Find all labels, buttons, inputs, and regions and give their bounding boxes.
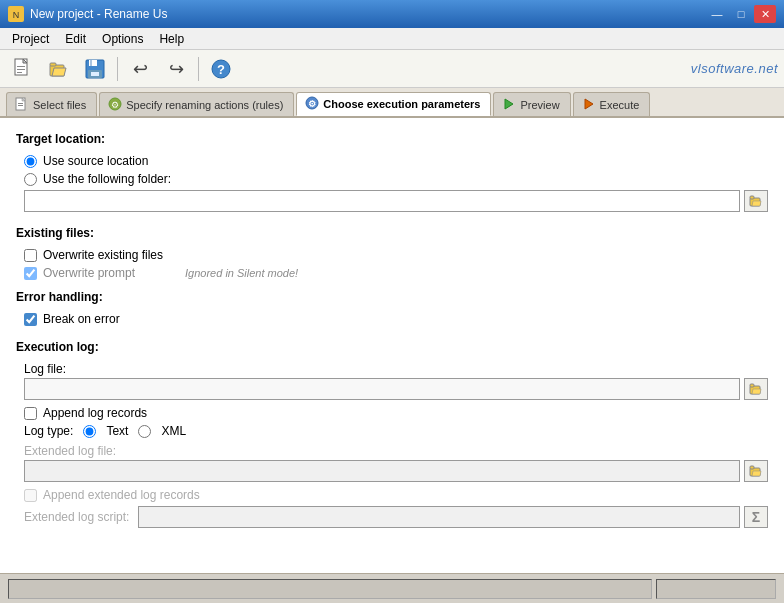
new-button[interactable] <box>6 54 40 84</box>
status-panel-left <box>8 579 652 599</box>
tab-bar: Select files ⚙ Specify renaming actions … <box>0 88 784 118</box>
browse-log-button[interactable] <box>744 378 768 400</box>
browse-folder-button[interactable] <box>744 190 768 212</box>
svg-marker-25 <box>585 99 593 109</box>
menu-project[interactable]: Project <box>4 30 57 48</box>
minimize-button[interactable]: — <box>706 5 728 23</box>
append-extended-label: Append extended log records <box>43 488 200 502</box>
tab-renaming-icon: ⚙ <box>108 97 122 113</box>
log-type-text-radio[interactable] <box>83 425 96 438</box>
tab-select-files[interactable]: Select files <box>6 92 97 116</box>
use-source-label[interactable]: Use source location <box>43 154 148 168</box>
maximize-button[interactable]: □ <box>730 5 752 23</box>
ignored-silent-text: Ignored in Silent mode! <box>185 267 298 279</box>
log-file-input[interactable] <box>24 378 740 400</box>
svg-rect-29 <box>750 384 754 387</box>
svg-text:?: ? <box>217 62 225 77</box>
svg-rect-5 <box>17 69 25 70</box>
overwrite-prompt-label: Overwrite prompt <box>43 266 135 280</box>
extended-log-input-row <box>24 460 768 482</box>
tab-renaming-label: Specify renaming actions (rules) <box>126 99 283 111</box>
break-on-error-row: Break on error <box>24 312 768 326</box>
main-content: Target location: Use source location Use… <box>0 118 784 573</box>
append-extended-checkbox <box>24 489 37 502</box>
svg-rect-13 <box>91 72 99 76</box>
folder-path-input[interactable] <box>24 190 740 212</box>
tab-execution-icon: ⚙ <box>305 96 319 112</box>
overwrite-existing-row: Overwrite existing files <box>24 248 768 262</box>
tab-renaming-actions[interactable]: ⚙ Specify renaming actions (rules) <box>99 92 294 116</box>
use-folder-radio[interactable] <box>24 173 37 186</box>
execution-log-title: Execution log: <box>16 340 768 354</box>
svg-rect-18 <box>18 103 23 104</box>
use-source-radio[interactable] <box>24 155 37 168</box>
folder-input-row <box>24 190 768 212</box>
svg-text:N: N <box>13 10 20 20</box>
svg-rect-19 <box>18 105 23 106</box>
append-log-row: Append log records <box>24 406 768 420</box>
overwrite-prompt-row: Overwrite prompt Ignored in Silent mode! <box>24 266 768 280</box>
undo-button[interactable]: ↩ <box>123 54 157 84</box>
svg-rect-6 <box>17 72 22 73</box>
break-on-error-label[interactable]: Break on error <box>43 312 120 326</box>
log-type-label: Log type: <box>24 424 73 438</box>
tab-execute[interactable]: Execute <box>573 92 651 116</box>
tab-preview-label: Preview <box>520 99 559 111</box>
open-button[interactable] <box>42 54 76 84</box>
use-folder-row: Use the following folder: <box>24 172 768 186</box>
svg-rect-31 <box>750 466 754 469</box>
window-controls: — □ ✕ <box>706 5 776 23</box>
close-button[interactable]: ✕ <box>754 5 776 23</box>
toolbar-sep-1 <box>117 57 118 81</box>
toolbar: ↩ ↪ ? vlsoftware.net <box>0 50 784 88</box>
tab-execute-label: Execute <box>600 99 640 111</box>
existing-files-title: Existing files: <box>16 226 768 240</box>
use-folder-label[interactable]: Use the following folder: <box>43 172 171 186</box>
svg-text:⚙: ⚙ <box>111 100 119 110</box>
menu-edit[interactable]: Edit <box>57 30 94 48</box>
brand-text: vlsoftware.net <box>691 61 778 76</box>
error-handling-title: Error handling: <box>16 290 768 304</box>
overwrite-existing-label[interactable]: Overwrite existing files <box>43 248 163 262</box>
menu-help[interactable]: Help <box>151 30 192 48</box>
svg-marker-24 <box>505 99 513 109</box>
menu-options[interactable]: Options <box>94 30 151 48</box>
tab-select-files-icon <box>15 97 29 113</box>
overwrite-prompt-checkbox[interactable] <box>24 267 37 280</box>
svg-rect-8 <box>50 63 56 66</box>
tab-execution-params[interactable]: ⚙ Choose execution parameters <box>296 92 491 116</box>
svg-rect-27 <box>750 196 754 199</box>
tab-select-files-label: Select files <box>33 99 86 111</box>
use-source-row: Use source location <box>24 154 768 168</box>
save-button[interactable] <box>78 54 112 84</box>
log-type-text-label[interactable]: Text <box>106 424 128 438</box>
redo-button[interactable]: ↪ <box>159 54 193 84</box>
status-panel-right <box>656 579 776 599</box>
log-file-input-row <box>24 378 768 400</box>
script-row: Extended log script: Σ <box>24 506 768 528</box>
help-button[interactable]: ? <box>204 54 238 84</box>
append-log-checkbox[interactable] <box>24 407 37 420</box>
title-text: New project - Rename Us <box>30 7 167 21</box>
status-bar <box>0 573 784 603</box>
app-icon: N <box>8 6 24 22</box>
target-location-title: Target location: <box>16 132 768 146</box>
append-extended-row: Append extended log records <box>24 488 768 502</box>
svg-rect-4 <box>17 66 25 67</box>
tab-preview-icon <box>502 97 516 113</box>
log-type-xml-radio[interactable] <box>138 425 151 438</box>
svg-rect-11 <box>90 60 92 66</box>
overwrite-existing-checkbox[interactable] <box>24 249 37 262</box>
target-location-radio-group: Use source location Use the following fo… <box>24 154 768 186</box>
extended-log-label: Extended log file: <box>24 444 768 458</box>
browse-extended-log-button[interactable] <box>744 460 768 482</box>
toolbar-sep-2 <box>198 57 199 81</box>
log-type-xml-label[interactable]: XML <box>161 424 186 438</box>
break-on-error-checkbox[interactable] <box>24 313 37 326</box>
script-sigma-button[interactable]: Σ <box>744 506 768 528</box>
extended-log-input <box>24 460 740 482</box>
tab-preview[interactable]: Preview <box>493 92 570 116</box>
title-bar-left: N New project - Rename Us <box>8 6 167 22</box>
append-log-label[interactable]: Append log records <box>43 406 147 420</box>
tab-execute-icon <box>582 97 596 113</box>
